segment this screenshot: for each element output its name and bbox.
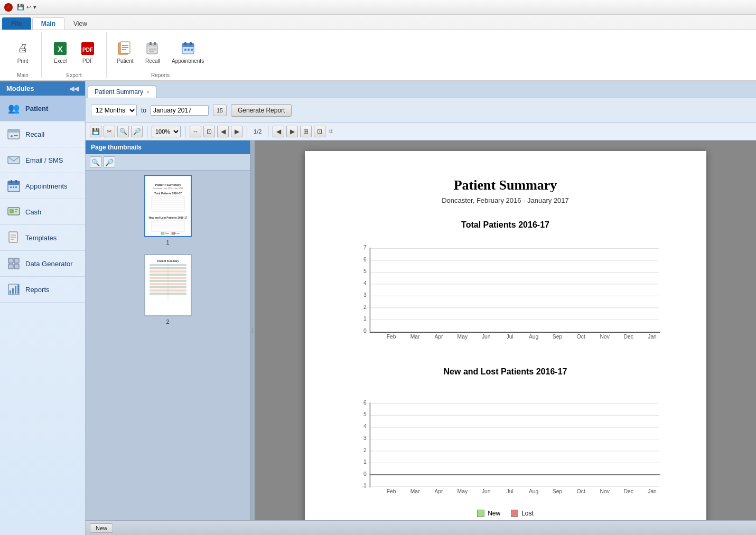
svg-rect-48 [12,288,14,294]
tab-file[interactable]: File [2,17,31,30]
tab-view[interactable]: View [64,17,96,30]
svg-rect-30 [15,180,17,183]
nav-prev-button[interactable]: ◀ [273,126,284,137]
quick-save-icon[interactable]: 💾 [17,4,24,11]
thumb-zoom-in-button[interactable]: 🔎 [104,156,115,168]
print-icon: 🖨 [14,40,31,57]
appointments-report-button[interactable]: Appointments [168,37,208,67]
svg-rect-33 [15,186,17,188]
legend-new: New [477,510,500,517]
sidebar-header: Modules ◀◀ [0,81,85,96]
svg-rect-44 [8,264,13,269]
legend-lost: Lost [511,510,534,517]
toolbar-separator-4 [268,126,268,137]
thumbnail-2-frame: Patient Summary [144,254,192,316]
period-select[interactable]: 12 Months 1 Month 3 Months 6 Months 12 M… [91,105,137,116]
svg-rect-50 [17,285,19,294]
print-button[interactable]: 🖨 Print [11,37,35,67]
calendar-button[interactable]: 15 [213,105,227,116]
sidebar-item-templates[interactable]: Templates [0,225,85,251]
sidebar-item-email-sms[interactable]: Email / SMS [0,147,85,173]
svg-text:Dec: Dec [623,334,633,340]
sidebar-item-patient[interactable]: 👥 Patient [0,96,85,121]
quick-dropdown-icon[interactable]: ▾ [33,4,36,11]
report-toolbar: 12 Months 1 Month 3 Months 6 Months 12 M… [86,98,756,123]
sidebar-item-reports[interactable]: Reports [0,277,85,303]
sidebar-collapse-button[interactable]: ◀◀ [69,85,79,92]
patient-icon: 👥 [6,101,21,116]
sidebar-item-cash[interactable]: Cash [0,199,85,225]
tab-close-button[interactable]: × [146,89,150,95]
title-bar: 💾 ↩ ▾ [0,0,756,15]
zoom-in-icon[interactable]: 🔎 [131,126,143,137]
ribbon-group-main: 🖨 Print Main [4,32,42,78]
svg-text:Sep: Sep [552,489,562,494]
svg-rect-21 [191,49,193,51]
svg-rect-35 [10,209,14,213]
sidebar-item-appointments[interactable]: Appointments [0,173,85,199]
viewer-option-2[interactable]: ⊡ [314,126,325,137]
svg-rect-32 [13,186,14,188]
quick-access-toolbar: 💾 ↩ ▾ [17,4,36,11]
svg-rect-18 [190,42,192,45]
svg-text:Jun: Jun [481,489,490,494]
svg-rect-31 [10,186,12,188]
chart-new-lost-patients: New and Lost Patients 2016-17 -1 0 1 2 3… [337,367,675,517]
svg-text:New and Lost Patients 2016-17: New and Lost Patients 2016-17 [148,216,187,219]
svg-text:1: 1 [363,459,367,465]
sidebar-item-data-generator[interactable]: Data Generator [0,251,85,277]
svg-text:4: 4 [363,280,367,286]
tab-main[interactable]: Main [32,17,64,30]
svg-text:Lost: Lost [175,232,180,234]
cut-icon[interactable]: ✂ [104,126,115,137]
legend-lost-box [511,510,518,517]
viewer-main: Page thumbnails 🔍 🔎 Patient Summary Donc… [86,140,756,520]
save-view-icon[interactable]: 💾 [90,126,101,137]
nav-next-button[interactable]: ▶ [286,126,298,137]
excel-button[interactable]: X Excel [48,37,72,67]
generate-report-button[interactable]: Generate Report [231,104,292,117]
new-button[interactable]: New [90,523,113,533]
thumbnail-2[interactable]: Patient Summary [86,250,250,329]
sidebar-item-recall[interactable]: Recall [0,121,85,147]
svg-text:Patient Summary: Patient Summary [155,183,181,186]
pdf-icon: PDF [79,40,96,57]
fit-width-button[interactable]: ↔ [190,126,201,137]
ribbon-main-label: Main [11,71,35,78]
panel-splitter[interactable]: ⋮ [250,140,255,520]
svg-rect-19 [184,49,186,51]
pdf-button[interactable]: PDF PDF [76,37,100,67]
chart-total-patients: Total Patients 2016-17 0 1 2 3 4 5 6 [337,220,675,346]
svg-rect-16 [182,43,194,47]
svg-rect-49 [15,286,16,294]
svg-text:Jun: Jun [481,334,490,340]
zoom-out-icon[interactable]: 🔍 [117,126,129,137]
svg-rect-17 [184,42,186,45]
thumbnail-1[interactable]: Patient Summary Doncaster, Feb 2016 - Ja… [86,171,250,250]
sidebar: Modules ◀◀ 👥 Patient Recall Email / SMS … [0,81,86,535]
next-page-button[interactable]: ▶ [231,126,242,137]
email-sms-icon [6,153,21,167]
zoom-select[interactable]: 50% 75% 100% 125% 150% 200% [152,126,181,137]
svg-rect-69 [172,232,175,234]
thumb-zoom-out-button[interactable]: 🔍 [90,156,101,168]
thumbnails-header: Page thumbnails [86,140,250,154]
main-layout: Modules ◀◀ 👥 Patient Recall Email / SMS … [0,81,756,535]
ribbon-group-reports-buttons: Patient Recall [113,32,208,71]
quick-undo-icon[interactable]: ↩ [26,4,31,11]
svg-text:Apr: Apr [434,489,443,494]
tab-patient-summary[interactable]: Patient Summary × [88,86,156,98]
fit-page-button[interactable]: ⊡ [203,126,215,137]
viewer-option-1[interactable]: ⊞ [300,126,312,137]
svg-text:Mar: Mar [410,334,419,340]
svg-text:4: 4 [363,424,367,429]
svg-text:May: May [457,334,468,340]
patient-report-button[interactable]: Patient [113,37,137,67]
ribbon: File Main View 🖨 Print Main [0,15,756,81]
svg-text:-1: -1 [361,483,366,489]
recall-report-button[interactable]: Recall [141,37,165,67]
svg-rect-25 [14,135,18,136]
prev-page-button[interactable]: ◀ [217,126,229,137]
cash-icon [6,204,21,219]
date-input[interactable] [151,105,209,116]
